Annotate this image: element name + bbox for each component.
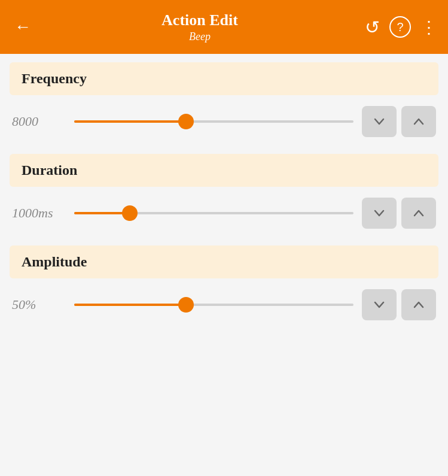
section-label-duration: Duration <box>10 154 438 187</box>
param-row-amplitude: 50% <box>0 278 448 332</box>
increment-button-duration[interactable] <box>401 198 436 229</box>
section-frequency: Frequency8000 <box>0 62 448 149</box>
chevron-down-icon <box>373 115 386 128</box>
slider-thumb-duration[interactable] <box>122 205 138 221</box>
section-label-text-duration: Duration <box>22 162 77 178</box>
decrement-button-frequency[interactable] <box>362 106 397 137</box>
stepper-group-duration <box>362 198 436 229</box>
increment-button-amplitude[interactable] <box>401 289 436 320</box>
param-value-amplitude: 50% <box>12 297 66 313</box>
page-subtitle: Beep <box>189 31 211 43</box>
more-options-icon[interactable]: ⋮ <box>420 17 437 37</box>
section-label-text-frequency: Frequency <box>22 71 87 86</box>
increment-button-frequency[interactable] <box>401 106 436 137</box>
param-value-frequency: 8000 <box>12 114 66 129</box>
section-amplitude: Amplitude50% <box>0 245 448 332</box>
param-row-duration: 1000ms <box>0 187 448 241</box>
content: Frequency8000Duration1000msAmplitude50% <box>0 54 448 332</box>
section-label-frequency: Frequency <box>10 62 438 95</box>
slider-track-filled-amplitude <box>74 304 186 306</box>
reset-icon[interactable]: ↺ <box>365 17 380 38</box>
header: ← Action Edit Beep ↺ ? ⋮ <box>0 0 448 54</box>
chevron-down-icon <box>373 207 386 220</box>
param-value-duration: 1000ms <box>12 205 66 221</box>
chevron-down-icon <box>373 298 386 311</box>
slider-thumb-amplitude[interactable] <box>178 297 194 313</box>
section-label-amplitude: Amplitude <box>10 245 438 278</box>
header-icons: ↺ ? ⋮ <box>365 16 437 38</box>
back-button[interactable]: ← <box>11 17 35 37</box>
page-title: Action Edit <box>161 11 238 29</box>
stepper-group-frequency <box>362 106 436 137</box>
decrement-button-amplitude[interactable] <box>362 289 397 320</box>
back-icon: ← <box>14 17 31 37</box>
chevron-up-icon <box>412 115 425 128</box>
slider-thumb-frequency[interactable] <box>178 114 194 129</box>
help-icon[interactable]: ? <box>389 16 411 38</box>
chevron-up-icon <box>412 207 425 220</box>
section-duration: Duration1000ms <box>0 154 448 241</box>
chevron-up-icon <box>412 298 425 311</box>
slider-duration[interactable] <box>74 207 353 219</box>
stepper-group-amplitude <box>362 289 436 320</box>
section-label-text-amplitude: Amplitude <box>22 254 87 269</box>
slider-track-filled-frequency <box>74 120 186 123</box>
param-row-frequency: 8000 <box>0 95 448 149</box>
slider-amplitude[interactable] <box>74 299 353 311</box>
header-title-group: Action Edit Beep <box>42 11 358 43</box>
slider-track-filled-duration <box>74 212 130 214</box>
slider-frequency[interactable] <box>74 116 353 128</box>
decrement-button-duration[interactable] <box>362 198 397 229</box>
